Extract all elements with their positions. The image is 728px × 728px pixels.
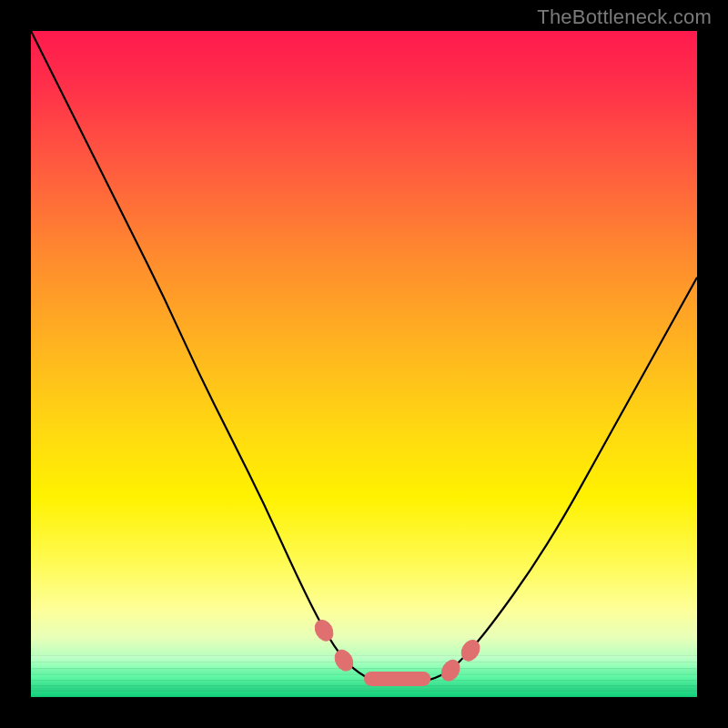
knot-flat-segment [364,672,430,686]
curve-knots [311,617,483,686]
chart-frame: TheBottleneck.com [0,0,728,728]
knot-marker [311,617,337,644]
attribution-text: TheBottleneck.com [537,5,712,29]
plot-area [31,31,697,697]
curve-path [31,31,697,683]
knot-marker [331,647,357,674]
bottleneck-curve [31,31,697,697]
